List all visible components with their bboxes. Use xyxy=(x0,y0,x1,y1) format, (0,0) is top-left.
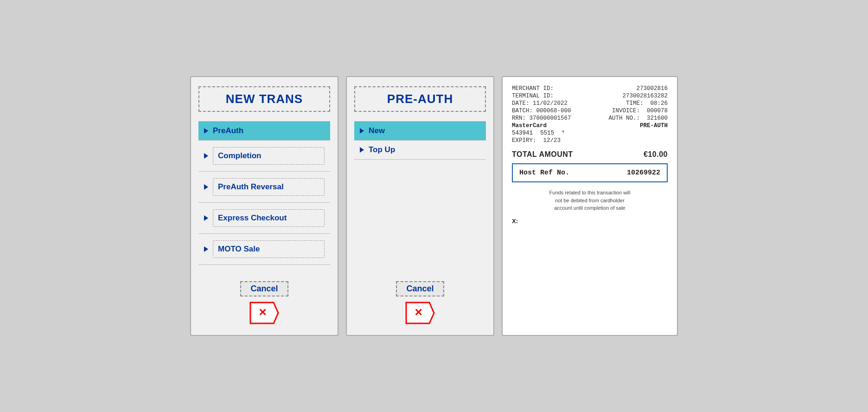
arrow-icon-new xyxy=(360,128,364,134)
menu-item-moto-sale[interactable]: MOTO Sale xyxy=(198,234,330,265)
host-ref-label: Host Ref No. xyxy=(519,169,569,177)
card-type-label: MasterCard xyxy=(512,122,547,129)
card-type-right: PRE-AUTH xyxy=(640,122,668,129)
screens-container: NEW TRANS PreAuth Completion PreAuth Rev… xyxy=(190,76,678,336)
invoice-value: INVOICE: 000078 xyxy=(612,108,668,114)
svg-text:✕: ✕ xyxy=(258,307,267,318)
card-number-1: 543941 xyxy=(512,130,533,136)
receipt-merchant-id-row: MERCHANT ID: 273002816 xyxy=(512,85,668,92)
menu-item-top-up[interactable]: Top Up xyxy=(354,141,486,160)
new-trans-panel: NEW TRANS PreAuth Completion PreAuth Rev… xyxy=(190,76,338,336)
panel1-cancel-area: Cancel ✕ xyxy=(240,267,288,326)
menu-item-new[interactable]: New xyxy=(354,121,486,141)
receipt-date-time-row: DATE: 11/02/2022 TIME: 08:26 xyxy=(512,100,668,107)
panel2-cancel-area: Cancel ✕ xyxy=(396,267,444,326)
panel1-title: NEW TRANS xyxy=(198,86,330,112)
panel1-menu-list: PreAuth Completion PreAuth Reversal Expr… xyxy=(198,121,330,265)
receipt-signature-line: X: xyxy=(512,218,668,225)
receipt-panel: MERCHANT ID: 273002816 TERMINAL ID: 2730… xyxy=(502,76,678,336)
menu-item-preauth-reversal[interactable]: PreAuth Reversal xyxy=(198,172,330,203)
arrow-icon-express-checkout xyxy=(204,215,208,221)
receipt-expiry-row: EXPIRY: 12/23 xyxy=(512,137,668,144)
time-value: TIME: 08:26 xyxy=(626,100,668,107)
merchant-id-value: 273002816 xyxy=(636,85,668,92)
total-value: €10.00 xyxy=(644,150,668,159)
card-number-2: 5515 xyxy=(540,130,554,136)
panel1-cancel-button[interactable]: ✕ xyxy=(248,300,281,326)
batch-label: BATCH: 000068-000 xyxy=(512,108,571,114)
total-label: TOTAL AMOUNT xyxy=(512,150,573,159)
expiry-label: EXPIRY: 12/23 xyxy=(512,137,561,144)
panel2-title: PRE-AUTH xyxy=(354,86,486,112)
panel1-cancel-label[interactable]: Cancel xyxy=(240,281,288,296)
host-ref-value: 10269922 xyxy=(627,169,660,177)
arrow-icon-preauth-reversal xyxy=(204,184,208,190)
arrow-icon-moto-sale xyxy=(204,246,208,252)
menu-item-express-checkout[interactable]: Express Checkout xyxy=(198,203,330,234)
pre-auth-panel: PRE-AUTH New Top Up Cancel ✕ xyxy=(346,76,494,336)
receipt-terminal-id-row: TERMINAL ID: 2730028163282 xyxy=(512,93,668,99)
svg-text:✕: ✕ xyxy=(414,307,422,318)
arrow-icon-top-up xyxy=(360,147,364,153)
receipt-total-row: TOTAL AMOUNT €10.00 xyxy=(512,150,668,159)
panel2-cancel-label[interactable]: Cancel xyxy=(396,281,444,296)
arrow-icon-preauth xyxy=(204,128,208,134)
merchant-id-label: MERCHANT ID: xyxy=(512,85,554,92)
footer-line: Funds related to this transaction willno… xyxy=(549,190,631,211)
terminal-id-label: TERMINAL ID: xyxy=(512,93,554,99)
menu-item-preauth[interactable]: PreAuth xyxy=(198,121,330,141)
rrn-label: RRN: 370000001567 xyxy=(512,115,571,122)
card-number-3: * xyxy=(562,130,565,136)
host-ref-box: Host Ref No. 10269922 xyxy=(512,163,668,182)
panel2-cancel-button[interactable]: ✕ xyxy=(404,300,436,326)
receipt-batch-invoice-row: BATCH: 000068-000 INVOICE: 000078 xyxy=(512,108,668,114)
panel2-menu-list: New Top Up xyxy=(354,121,486,160)
receipt-footer-text: Funds related to this transaction willno… xyxy=(512,189,668,212)
menu-item-completion[interactable]: Completion xyxy=(198,141,330,172)
receipt-card-number-row: 543941 5515 * xyxy=(512,130,668,136)
receipt-card-type-row: MasterCard PRE-AUTH xyxy=(512,122,668,129)
terminal-id-value: 2730028163282 xyxy=(622,93,668,99)
arrow-icon-completion xyxy=(204,153,208,159)
auth-value: AUTH NO.: 321600 xyxy=(608,115,668,122)
date-label: DATE: 11/02/2022 xyxy=(512,100,568,107)
receipt-rrn-auth-row: RRN: 370000001567 AUTH NO.: 321600 xyxy=(512,115,668,122)
